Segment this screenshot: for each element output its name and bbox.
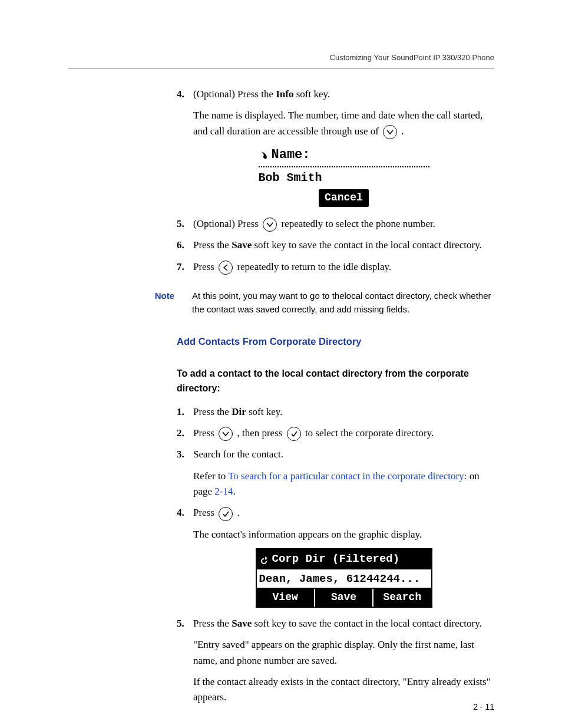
text: soft key to save the contact in the loca… xyxy=(252,239,482,251)
down-arrow-icon xyxy=(383,125,397,139)
step-5: 5. (Optional) Press repeatedly to select… xyxy=(177,216,494,232)
lcd2-entry: Dean, James, 61244244... xyxy=(257,569,431,589)
text: , then press xyxy=(234,427,285,439)
note-label: Note xyxy=(141,289,174,302)
text: Press xyxy=(193,261,217,272)
check-icon xyxy=(219,507,233,521)
text: . xyxy=(234,507,240,518)
steps-group-b: 1. Press the Dir soft key. 2. Press , th… xyxy=(177,404,494,706)
running-header: Customizing Your SoundPoint IP 330/320 P… xyxy=(68,53,494,68)
note-block: Note At this point, you may want to go t… xyxy=(141,289,494,317)
step-6: 6. Press the Save soft key to save the c… xyxy=(177,238,494,253)
page-number: 2 - 11 xyxy=(473,702,494,711)
text: The contact's information appears on the… xyxy=(193,527,494,542)
procedure-heading: To add a contact to the local contact di… xyxy=(177,367,494,396)
text: Search for the contact. xyxy=(193,447,494,462)
step-number: 4. xyxy=(177,505,184,521)
text: If the contact already exists in the con… xyxy=(193,674,494,706)
softkey-name: Info xyxy=(276,88,293,100)
content-area: 4. (Optional) Press the Info soft key. T… xyxy=(177,87,494,706)
down-arrow-icon xyxy=(263,218,277,232)
lcd-name-value: Bob Smith xyxy=(259,167,429,188)
step-number: 4. xyxy=(177,87,184,102)
text: repeatedly to select the phone number. xyxy=(281,218,435,229)
header-rule xyxy=(68,68,494,69)
text: Press xyxy=(193,427,217,439)
step-number: 5. xyxy=(177,616,184,631)
text: soft key to save the contact in the loca… xyxy=(252,618,482,629)
lcd-button-row: Cancel xyxy=(259,188,429,208)
note-text: At this point, you may want to go to the… xyxy=(192,289,494,317)
down-arrow-icon xyxy=(219,427,233,441)
step-number: 6. xyxy=(177,238,184,253)
text: Refer to xyxy=(193,470,228,482)
handset-icon xyxy=(259,150,268,160)
text: . xyxy=(233,486,236,497)
softkey-name: Save xyxy=(232,239,252,251)
steps-group-a: 4. (Optional) Press the Info soft key. T… xyxy=(177,87,494,275)
text: "Entry saved" appears on the graphic dis… xyxy=(193,637,494,668)
text: Press the xyxy=(193,618,232,629)
lcd2-title: Corp Dir (Filtered) xyxy=(272,551,400,568)
view-softkey: View xyxy=(257,589,315,607)
step-4: 4. (Optional) Press the Info soft key. T… xyxy=(177,87,494,208)
text: repeatedly to return to the idle display… xyxy=(237,261,391,272)
step-b4: 4. Press . The contact's information app… xyxy=(177,505,494,607)
text: Press xyxy=(193,507,217,518)
text: . xyxy=(399,126,404,137)
step-number: 5. xyxy=(177,216,184,232)
step-b3: 3. Search for the contact. Refer to To s… xyxy=(177,447,494,499)
softkey-name: Save xyxy=(232,618,252,629)
check-icon xyxy=(287,427,301,441)
text: soft key. xyxy=(293,88,330,100)
lcd-title-row: Name: xyxy=(259,145,429,167)
text: Press the xyxy=(193,239,232,251)
refresh-icon xyxy=(259,555,269,564)
phone-display-name: Name: Bob Smith Cancel xyxy=(259,145,429,208)
step-b1: 1. Press the Dir soft key. xyxy=(177,404,494,420)
page-ref-link[interactable]: 2-14 xyxy=(214,486,233,497)
page: Customizing Your SoundPoint IP 330/320 P… xyxy=(0,0,562,728)
left-arrow-icon xyxy=(219,261,233,275)
text: The name is displayed. The number, time … xyxy=(193,110,482,136)
text: (Optional) Press xyxy=(193,218,261,229)
lcd-title: Name: xyxy=(272,145,310,165)
text: (Optional) Press the xyxy=(193,88,276,100)
step-number: 7. xyxy=(177,259,184,275)
phone-display-corpdir: Corp Dir (Filtered) Dean, James, 6124424… xyxy=(256,548,432,608)
text: soft key. xyxy=(246,406,283,417)
step-b2: 2. Press , then press to select the corp… xyxy=(177,426,494,441)
text: to select the corporate directory. xyxy=(305,427,434,439)
softkey-name: Dir xyxy=(232,406,246,417)
step-number: 2. xyxy=(177,426,184,441)
section-heading: Add Contacts From Corporate Directory xyxy=(177,334,494,350)
step-number: 1. xyxy=(177,404,184,420)
save-softkey: Save xyxy=(315,589,373,607)
svg-marker-0 xyxy=(265,556,267,560)
step-b5: 5. Press the Save soft key to save the c… xyxy=(177,616,494,706)
search-softkey: Search xyxy=(373,589,431,607)
xref-link[interactable]: To search for a particular contact in th… xyxy=(228,470,467,482)
step-7: 7. Press repeatedly to return to the idl… xyxy=(177,259,494,275)
lcd2-softkey-row: View Save Search xyxy=(257,589,431,607)
lcd2-title-bar: Corp Dir (Filtered) xyxy=(257,549,431,569)
text: Press the xyxy=(193,406,232,417)
cancel-softkey: Cancel xyxy=(319,189,369,207)
step-number: 3. xyxy=(177,447,184,462)
